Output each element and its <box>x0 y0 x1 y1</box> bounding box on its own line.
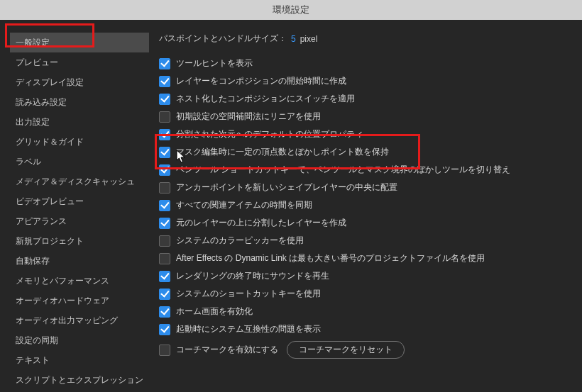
option-row-6: ペンツール ショートカットキーで、ペンツールとマスク境界のぼかしツールを切り替え <box>159 161 575 179</box>
option-label-2: ネスト化したコンポジションにスイッチを適用 <box>176 93 355 105</box>
coachmark-label: コーチマークを有効にする <box>176 344 278 356</box>
sidebar-item-11[interactable]: 自動保存 <box>10 251 149 271</box>
path-size-value[interactable]: 5 <box>291 34 296 44</box>
option-label-10: システムのカラーピッカーを使用 <box>176 235 304 247</box>
option-checkbox-12[interactable] <box>159 271 170 282</box>
option-label-6: ペンツール ショートカットキーで、ペンツールとマスク境界のぼかしツールを切り替え <box>176 164 510 176</box>
option-checkbox-7[interactable] <box>159 182 170 194</box>
option-label-15: 起動時にシステム互換性の問題を表示 <box>176 323 321 335</box>
sidebar-item-15[interactable]: 設定の同期 <box>10 330 149 350</box>
option-row-8: すべての関連アイテムの時間を同期 <box>159 196 575 214</box>
reset-coachmark-button[interactable]: コーチマークをリセット <box>287 341 405 359</box>
option-row-9: 元のレイヤーの上に分割したレイヤーを作成 <box>159 214 575 232</box>
sidebar-item-7[interactable]: メディア＆ディスクキャッシュ <box>10 172 149 191</box>
sidebar-item-4[interactable]: 出力設定 <box>10 112 149 132</box>
content-panel: パスポイントとハンドルサイズ： 5 pixel ツールヒントを表示レイヤーをコン… <box>149 33 582 392</box>
sidebar-item-0[interactable]: 一般設定 <box>10 33 149 52</box>
option-row-12: レンダリングの終了時にサウンドを再生 <box>159 267 575 285</box>
sidebar-item-16[interactable]: テキスト <box>10 350 149 370</box>
preferences-body: 一般設定プレビューディスプレイ設定読み込み設定出力設定グリッド＆ガイドラベルメデ… <box>0 20 582 392</box>
option-row-2: ネスト化したコンポジションにスイッチを適用 <box>159 90 575 108</box>
option-label-0: ツールヒントを表示 <box>176 57 253 69</box>
option-checkbox-11[interactable] <box>159 253 170 264</box>
option-label-7: アンカーポイントを新しいシェイプレイヤーの中央に配置 <box>176 181 397 194</box>
path-size-label: パスポイントとハンドルサイズ： <box>159 33 287 45</box>
option-checkbox-0[interactable] <box>159 58 170 69</box>
option-row-13: システムのショートカットキーを使用 <box>159 285 575 303</box>
option-checkbox-15[interactable] <box>159 324 170 335</box>
option-row-3: 初期設定の空間補間法にリニアを使用 <box>159 108 575 125</box>
option-row-7: アンカーポイントを新しいシェイプレイヤーの中央に配置 <box>159 179 575 196</box>
option-checkbox-10[interactable] <box>159 235 170 247</box>
option-row-10: システムのカラーピッカーを使用 <box>159 232 575 250</box>
option-row-15: 起動時にシステム互換性の問題を表示 <box>159 320 575 338</box>
sidebar-item-13[interactable]: オーディオハードウェア <box>10 291 149 310</box>
option-row-14: ホーム画面を有効化 <box>159 303 575 320</box>
option-label-14: ホーム画面を有効化 <box>176 306 253 318</box>
option-checkbox-14[interactable] <box>159 306 170 318</box>
option-label-4: 分割された次元へのデフォルトの位置プロパティ <box>176 128 363 140</box>
option-checkbox-2[interactable] <box>159 94 170 105</box>
sidebar-item-12[interactable]: メモリとパフォーマンス <box>10 271 149 291</box>
sidebar-item-1[interactable]: プレビュー <box>10 52 149 72</box>
sidebar-item-3[interactable]: 読み込み設定 <box>10 92 149 112</box>
option-checkbox-1[interactable] <box>159 76 170 87</box>
window-title: 環境設定 <box>0 0 582 20</box>
coachmark-row: コーチマークを有効にする コーチマークをリセット <box>159 338 575 362</box>
option-label-3: 初期設定の空間補間法にリニアを使用 <box>176 111 321 123</box>
option-checkbox-3[interactable] <box>159 111 170 123</box>
option-label-9: 元のレイヤーの上に分割したレイヤーを作成 <box>176 217 346 229</box>
option-row-0: ツールヒントを表示 <box>159 55 575 72</box>
option-checkbox-5[interactable] <box>159 147 170 158</box>
option-checkbox-8[interactable] <box>159 200 170 211</box>
option-checkbox-6[interactable] <box>159 164 170 176</box>
option-label-13: システムのショートカットキーを使用 <box>176 288 321 300</box>
sidebar-item-6[interactable]: ラベル <box>10 152 149 172</box>
sidebar-item-8[interactable]: ビデオプレビュー <box>10 191 149 211</box>
option-row-4: 分割された次元へのデフォルトの位置プロパティ <box>159 125 575 143</box>
option-label-1: レイヤーをコンポジションの開始時間に作成 <box>176 75 346 87</box>
option-row-11: After Effects の Dynamic Link は最も大きい番号のプロ… <box>159 250 575 267</box>
coachmark-checkbox[interactable] <box>159 345 170 356</box>
path-size-unit: pixel <box>300 34 318 44</box>
option-checkbox-9[interactable] <box>159 218 170 229</box>
option-row-1: レイヤーをコンポジションの開始時間に作成 <box>159 72 575 90</box>
sidebar-item-2[interactable]: ディスプレイ設定 <box>10 72 149 92</box>
sidebar-item-14[interactable]: オーディオ出力マッピング <box>10 310 149 330</box>
option-label-12: レンダリングの終了時にサウンドを再生 <box>176 270 329 282</box>
option-label-11: After Effects の Dynamic Link は最も大きい番号のプロ… <box>176 252 485 264</box>
sidebar-item-5[interactable]: グリッド＆ガイド <box>10 132 149 152</box>
sidebar-item-9[interactable]: アピアランス <box>10 211 149 231</box>
option-checkbox-13[interactable] <box>159 289 170 300</box>
option-checkbox-4[interactable] <box>159 129 170 140</box>
option-label-5: マスク編集時に一定の頂点数とぼかしポイント数を保持 <box>176 146 389 158</box>
path-size-row: パスポイントとハンドルサイズ： 5 pixel <box>159 33 575 45</box>
sidebar-item-10[interactable]: 新規プロジェクト <box>10 231 149 251</box>
sidebar: 一般設定プレビューディスプレイ設定読み込み設定出力設定グリッド＆ガイドラベルメデ… <box>0 33 149 392</box>
option-label-8: すべての関連アイテムの時間を同期 <box>176 199 312 211</box>
option-row-5: マスク編集時に一定の頂点数とぼかしポイント数を保持 <box>159 143 575 161</box>
sidebar-item-17[interactable]: スクリプトとエクスプレッション <box>10 370 149 390</box>
